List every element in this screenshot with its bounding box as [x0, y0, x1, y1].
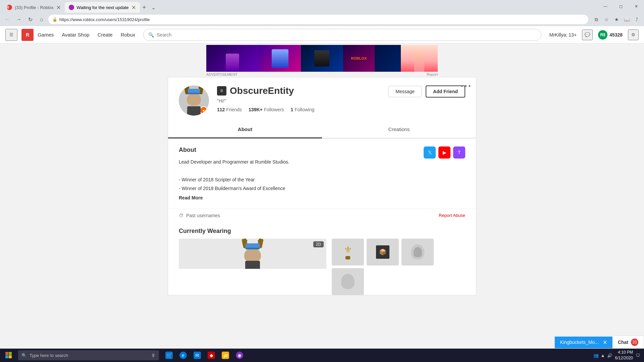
chat-notification[interactable]: Kingbuckets_Mo... ✕: [555, 337, 612, 348]
start-button[interactable]: [1, 349, 16, 361]
address-text: https://www.roblox.com/users/15319024/pr…: [59, 17, 584, 22]
robux-badge[interactable]: R$ 45328: [598, 30, 623, 40]
taskbar-search-text: Type here to search: [30, 353, 68, 358]
profile-status: "Hi!": [217, 98, 380, 104]
minimize-button[interactable]: —: [598, 0, 613, 13]
chat-icon-button[interactable]: 💬: [582, 29, 593, 40]
wearing-item-1[interactable]: ⚜: [332, 239, 364, 265]
system-icons: 👥 ▲ 🔊: [593, 353, 612, 358]
tab-creations[interactable]: Creations: [322, 121, 476, 138]
split-screen-button[interactable]: ⧉: [592, 15, 601, 24]
roblox-profile-icon: R: [217, 86, 226, 96]
tab-roblox-profile[interactable]: R (33) Profile - Roblox ✕: [3, 2, 65, 13]
volume-icon[interactable]: 🔊: [607, 353, 612, 358]
social-buttons: 𝕏 ▶ T: [424, 146, 465, 159]
nav-avatar-shop[interactable]: Avatar Shop: [62, 31, 89, 39]
report-abuse-link[interactable]: Report Abuse: [439, 213, 465, 218]
wearing-item-2[interactable]: 📦: [367, 239, 399, 265]
hamburger-menu[interactable]: ☰: [5, 29, 17, 41]
wearing-item-3[interactable]: [401, 239, 434, 265]
settings-button[interactable]: ⚙: [628, 29, 639, 40]
mail-icon: ✉: [194, 352, 201, 359]
roblox-navbar: ☰ R Games Avatar Shop Create Robux 🔍 MrK…: [0, 26, 644, 44]
reading-list-button[interactable]: 📖: [622, 15, 631, 24]
profile-info: R ObscureEntity "Hi!" 112 Friends 139K+ …: [217, 85, 380, 112]
options-menu-button[interactable]: • • •: [461, 83, 471, 90]
tab-overflow-button[interactable]: ⌄: [149, 2, 158, 13]
share-button[interactable]: ⤴: [632, 15, 641, 24]
followers-label: Followers: [264, 107, 284, 112]
taskbar-app-red[interactable]: ◆: [205, 349, 218, 361]
add-friend-button[interactable]: Add Friend: [426, 85, 465, 98]
forward-button[interactable]: →: [14, 15, 23, 24]
chat-count-badge: 33: [631, 339, 638, 346]
followers-count: 139K+: [249, 107, 263, 112]
tab-about[interactable]: About: [168, 121, 322, 138]
network-icon[interactable]: ▲: [601, 353, 605, 358]
windows-icon: [5, 352, 12, 359]
taskbar-app-edge[interactable]: e: [176, 349, 190, 361]
roblox-favicon: R: [7, 5, 12, 10]
notification-center-icon[interactable]: 🗨: [636, 353, 640, 358]
wearing-item-4[interactable]: [332, 268, 364, 295]
chat-notification-close[interactable]: ✕: [603, 339, 607, 346]
roblox-logo[interactable]: R: [21, 29, 34, 41]
ad-info-row: ADVERTISEMENT Report: [206, 72, 438, 77]
read-more-link[interactable]: Read More: [179, 195, 203, 200]
ad-report-link[interactable]: Report: [427, 72, 438, 76]
currently-wearing-section: Currently Wearing: [168, 222, 476, 295]
taskbar-mic-icon[interactable]: 🎙: [151, 353, 156, 358]
tab-roblox-close[interactable]: ✕: [56, 4, 61, 11]
people-icon[interactable]: 👥: [593, 353, 599, 358]
taskbar-right: 👥 ▲ 🔊 4:10 PM 6/12/2020 🗨: [593, 350, 643, 361]
taskbar-app-mail[interactable]: ✉: [191, 349, 204, 361]
store-icon: 🛒: [165, 352, 173, 359]
nav-create[interactable]: Create: [98, 31, 113, 39]
youtube-button[interactable]: ▶: [438, 146, 450, 159]
tab-waiting-close[interactable]: ✕: [131, 4, 136, 11]
hamburger-icon: ☰: [9, 32, 13, 37]
search-input[interactable]: [157, 32, 536, 38]
close-button[interactable]: ✕: [629, 0, 644, 13]
home-button[interactable]: ⌂: [37, 15, 46, 24]
favorites-button[interactable]: ☆: [602, 15, 611, 24]
taskbar-clock[interactable]: 4:10 PM 6/12/2020: [615, 350, 633, 361]
taskbar-app-purple[interactable]: ◉: [233, 349, 246, 361]
explorer-icon: 📁: [222, 352, 229, 359]
taskbar-app-explorer[interactable]: 📁: [219, 349, 232, 361]
search-icon: 🔍: [148, 32, 154, 38]
friends-label: Friends: [226, 107, 242, 112]
twitter-button[interactable]: 𝕏: [424, 146, 436, 159]
nav-links: Games Avatar Shop Create Robux: [38, 31, 135, 39]
avatar: ●: [179, 85, 209, 116]
taskbar-search-box[interactable]: 🔍 Type here to search 🎙: [18, 350, 159, 360]
svg-rect-2: [5, 355, 8, 358]
reload-button[interactable]: ↻: [25, 15, 35, 24]
past-usernames-button[interactable]: ⏱ Past usernames: [179, 213, 220, 218]
taskbar-app-store[interactable]: 🛒: [162, 349, 176, 361]
wearing-preview: 2D: [179, 239, 326, 269]
taskbar: 🔍 Type here to search 🎙 🛒 e ✉ ◆ 📁 ◉ 👥 ▲ …: [0, 349, 644, 362]
profile-stats: 112 Friends 139K+ Followers 1 Following: [217, 107, 380, 112]
favorites-bar-button[interactable]: ★: [612, 15, 621, 24]
nav-games[interactable]: Games: [38, 31, 54, 39]
tab-waiting[interactable]: Waiting for the next update ✕: [65, 2, 140, 13]
search-box[interactable]: 🔍: [143, 29, 541, 41]
window-controls: — ◻ ✕: [598, 0, 644, 13]
twitch-button[interactable]: T: [453, 146, 465, 159]
maximize-button[interactable]: ◻: [613, 0, 629, 13]
address-bar[interactable]: 🔒 https://www.roblox.com/users/15319024/…: [48, 15, 588, 24]
2d-badge[interactable]: 2D: [313, 241, 324, 247]
tab-waiting-title: Waiting for the next update: [77, 5, 129, 10]
red-app-icon: ◆: [208, 352, 215, 359]
back-button[interactable]: ←: [3, 15, 12, 24]
clock-icon: ⏱: [179, 213, 183, 218]
message-button[interactable]: Message: [388, 86, 422, 97]
chat-button[interactable]: Chat 33: [612, 336, 644, 349]
nav-robux[interactable]: Robux: [121, 31, 135, 39]
purple-app-icon: ◉: [236, 352, 243, 359]
ad-label: ADVERTISEMENT: [206, 72, 237, 76]
new-tab-button[interactable]: +: [140, 2, 149, 13]
profile-tabs: About Creations: [168, 121, 476, 138]
svg-rect-0: [5, 352, 8, 355]
